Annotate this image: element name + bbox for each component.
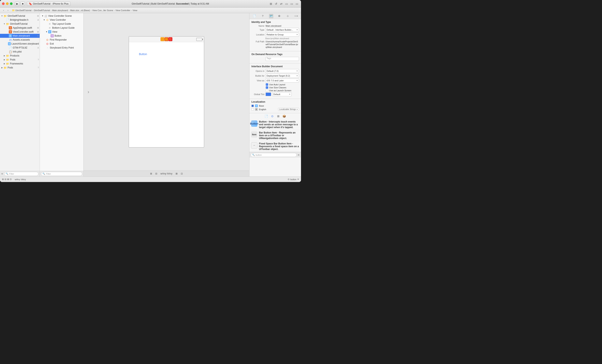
- type-dropdown[interactable]: Default - Interface Builder... ▼: [266, 28, 299, 32]
- type-label: Type: [251, 29, 264, 31]
- builds-for-dropdown[interactable]: Deployment Target (9.2) ▼: [266, 74, 299, 78]
- sidebar-item-viewcontroller-swift[interactable]: S ViewController.swift M: [0, 30, 40, 34]
- canvas-button[interactable]: Button: [139, 52, 147, 56]
- obj-lib-tab-2[interactable]: ⊙: [270, 114, 275, 118]
- outline-item-vc[interactable]: ▼ ⊙ View Controller: [40, 18, 83, 22]
- sidebar-item-frameworks[interactable]: ▶ 📁 Frameworks: [0, 62, 40, 66]
- breadcrumb-item-7[interactable]: View: [133, 9, 137, 11]
- close-button[interactable]: [2, 2, 5, 5]
- sidebar-item-gtm[interactable]: 📄 GTM-PT3L9Z A: [0, 46, 40, 50]
- auto-layout-checkbox[interactable]: ✓: [266, 83, 268, 86]
- forward-button[interactable]: ›: [6, 8, 10, 12]
- breadcrumb-label-5: View Con...ller Scene: [92, 9, 113, 11]
- tab-attributes[interactable]: ⚙: [277, 14, 281, 18]
- size-classes-checkbox[interactable]: ✓: [266, 86, 268, 89]
- run-button[interactable]: ▶: [15, 2, 19, 6]
- obj-lib-tab-1[interactable]: 📄: [264, 114, 269, 118]
- add-file-button[interactable]: +: [1, 172, 3, 176]
- tab-file[interactable]: 📄: [252, 14, 257, 18]
- scheme-selector[interactable]: 🔖 GtmSwiftTutorial › iPhone 6s Plus: [27, 2, 70, 6]
- maximize-button[interactable]: [10, 2, 12, 5]
- outline-filter-box[interactable]: 🔍 Filter: [41, 172, 82, 176]
- obj-lib-tab-4[interactable]: 📦: [282, 114, 287, 118]
- sidebar-item-bridging[interactable]: 📄 BridgingHeader.h A: [0, 18, 40, 22]
- sim-icon-2: 🔶: [164, 37, 168, 41]
- breadcrumb-item-1[interactable]: 📁 GtmSwiftTutorial: [12, 9, 32, 12]
- breadcrumb-item-6[interactable]: View Controller: [116, 9, 130, 11]
- tab-quickhelp[interactable]: ?: [261, 14, 265, 18]
- sidebar-item-root[interactable]: ▼ 📁 GtmSwiftTutorial M: [0, 14, 40, 18]
- breadcrumb-item-4[interactable]: Main.stor...rd (Base): [70, 9, 90, 11]
- search-input[interactable]: 🔍 button: [251, 153, 297, 157]
- object-item-bar-button[interactable]: Item Bar Button Item - Represents an ite…: [249, 130, 301, 141]
- size-toggle-4[interactable]: ⊡: [181, 172, 183, 175]
- minimize-button[interactable]: [6, 2, 9, 5]
- sidebar-item-assets[interactable]: 🗃 Assets.xcassets: [0, 38, 40, 42]
- stop-button[interactable]: ■: [21, 2, 25, 6]
- tab-size[interactable]: ⊹: [285, 14, 290, 18]
- obj-lib-tab-3[interactable]: ⊞: [276, 114, 280, 118]
- size-toggle-2[interactable]: ⊟: [155, 172, 157, 175]
- editor-icon-1[interactable]: ⊞: [269, 2, 273, 6]
- location-dropdown[interactable]: Relative to Group ▼: [266, 33, 299, 37]
- outline-item-scene[interactable]: ▼ ⬜ View Controller Scene: [40, 14, 83, 18]
- build-status: Succeeded: [176, 2, 189, 5]
- global-tint-swatch[interactable]: [266, 93, 271, 96]
- size-display[interactable]: wAny hAny: [15, 178, 26, 181]
- tab-identity[interactable]: 🪪: [269, 14, 273, 18]
- global-tint-dropdown[interactable]: Default ▼: [272, 92, 292, 96]
- sidebar-item-main-storyboard[interactable]: S Main.storyboard M: [0, 34, 40, 38]
- tab-connections[interactable]: ⟶: [294, 14, 298, 18]
- object-item-button[interactable]: Button Button - Intercepts touch events …: [249, 119, 301, 130]
- outline-item-button[interactable]: B Button: [40, 34, 83, 38]
- outline-item-top-layout[interactable]: ⊟ Top Layout Guide: [40, 22, 83, 26]
- breadcrumb-item-3[interactable]: Main.storyboard: [52, 9, 68, 11]
- view-as-value: iOS 7.0 and Later: [267, 79, 284, 82]
- editor-icon-3[interactable]: ⇄: [279, 2, 283, 6]
- view-as-row: View as iOS 7.0 and Later ▼: [251, 79, 299, 83]
- layout-icon-2[interactable]: ▭: [290, 2, 294, 6]
- base-localization-row: ✓ B Base: [251, 104, 299, 107]
- outline-item-exit[interactable]: ⊙ Exit: [40, 42, 83, 46]
- spacer: [6, 31, 8, 33]
- sidebar-item-products[interactable]: ▶ 📁 Products: [0, 54, 40, 58]
- size-toggle-3[interactable]: ⊠: [176, 172, 178, 175]
- ios-simulator[interactable]: 🔆 🔶 🔴 Button: [129, 36, 204, 148]
- sidebar-item-infoplist[interactable]: 📋 Info.plist: [0, 50, 40, 54]
- breadcrumb-item-5[interactable]: View Con...ller Scene: [92, 9, 113, 11]
- tags-input[interactable]: Tags: [266, 57, 299, 61]
- base-checkbox[interactable]: ✓: [251, 105, 254, 107]
- outline-item-first-responder[interactable]: ⊙ First Responder: [40, 38, 83, 42]
- launch-screen-checkbox[interactable]: [266, 89, 268, 92]
- search-obj-clear[interactable]: ✕: [297, 178, 299, 181]
- fixed-space-title-bold: Fixed Space Bar Button Item: [259, 142, 291, 145]
- spacer: [6, 42, 8, 45]
- outline-item-entry[interactable]: → Storyboard Entry Point: [40, 46, 83, 50]
- sidebar-item-pods-root[interactable]: ▶ 📁 Pods ?: [0, 66, 40, 70]
- sidebar-item-pods-1[interactable]: ▶ 📁 Pods ?: [0, 58, 40, 62]
- sidebar-filter-box[interactable]: 🔍 Filter: [4, 172, 38, 176]
- editor-icon-2[interactable]: ↺: [274, 2, 278, 6]
- search-clear-button[interactable]: ✕: [297, 153, 300, 156]
- base-icon: B: [255, 104, 258, 107]
- spacer: [3, 19, 6, 21]
- english-checkbox[interactable]: [251, 108, 254, 111]
- opens-in-dropdown[interactable]: Default (7.0) ▼: [266, 69, 299, 73]
- view-as-dropdown[interactable]: iOS 7.0 and Later ▼: [266, 79, 299, 83]
- sidebar-item-group[interactable]: ▼ 📁 GtmSwiftTutorial: [0, 22, 40, 26]
- breadcrumb-item-2[interactable]: GtmSwiftTutorial: [34, 9, 50, 11]
- breadcrumb-label-6: View Controller: [116, 9, 130, 11]
- object-item-fixed-space[interactable]: ··· Fixed Space Bar Button Item - Repres…: [249, 141, 301, 152]
- outline-item-bottom-layout[interactable]: ⊟ Bottom Layout Guide: [40, 26, 83, 30]
- layout-icon-1[interactable]: ▭: [284, 2, 289, 6]
- titlebar: ▶ ■ 🔖 GtmSwiftTutorial › iPhone 6s Plus …: [0, 0, 301, 8]
- sidebar-item-launch[interactable]: S LaunchScreen.storyboard: [0, 42, 40, 46]
- layout-icon-3[interactable]: ▭: [295, 2, 299, 6]
- sidebar-item-appdelegate[interactable]: S AppDelegate.swift M: [0, 26, 40, 30]
- size-toggle-1[interactable]: ⊞: [150, 172, 152, 175]
- back-button[interactable]: ‹: [2, 8, 6, 12]
- outline-item-view[interactable]: ▼ V View: [40, 30, 83, 34]
- english-localization-dropdown[interactable]: Localizable Strings ▼: [278, 108, 299, 111]
- name-row: Name Main.storyboard: [251, 25, 299, 27]
- size-icon-3: ⊠: [7, 178, 9, 181]
